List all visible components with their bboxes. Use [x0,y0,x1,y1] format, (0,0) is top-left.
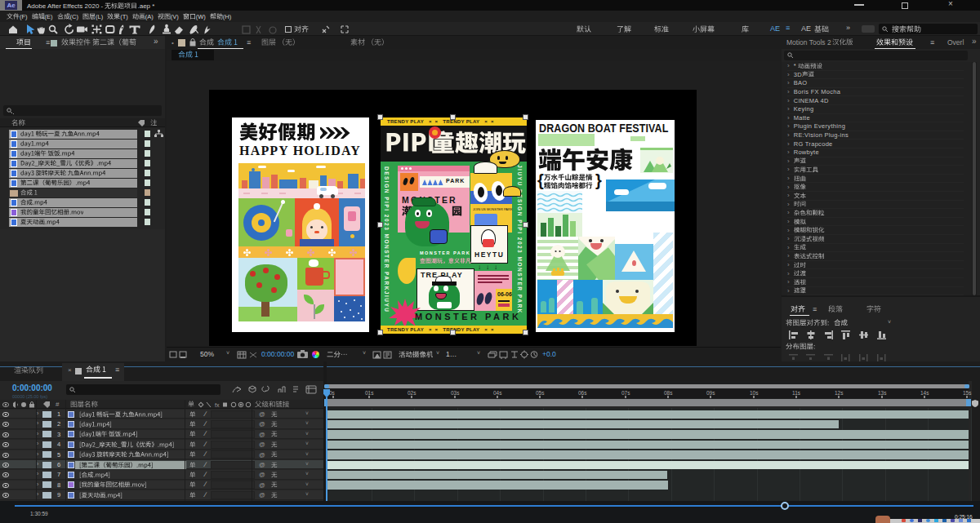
svg-text:fx: fx [215,402,220,408]
